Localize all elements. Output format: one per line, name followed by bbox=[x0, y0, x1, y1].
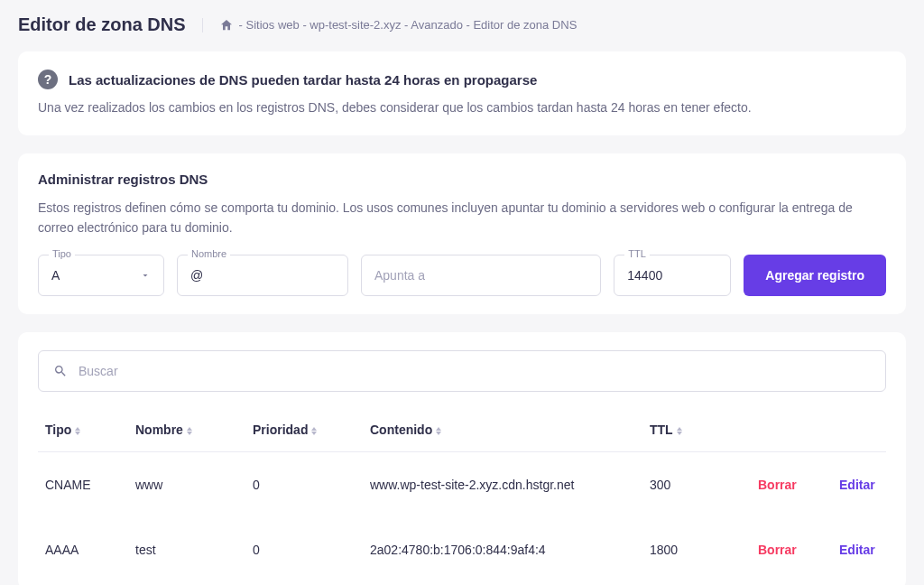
col-tipo[interactable]: Tipo bbox=[38, 413, 128, 452]
cell-contenido: www.wp-test-site-2.xyz.cdn.hstgr.net bbox=[363, 451, 642, 517]
ttl-input[interactable] bbox=[627, 268, 717, 283]
cell-tipo: AAAA bbox=[38, 517, 128, 582]
cell-ttl: 1800 bbox=[642, 517, 751, 582]
name-input[interactable] bbox=[190, 268, 335, 283]
cell-prioridad: 0 bbox=[245, 451, 363, 517]
ttl-label: TTL bbox=[624, 248, 650, 259]
type-value: A bbox=[51, 268, 60, 283]
edit-link[interactable]: Editar bbox=[839, 478, 875, 492]
home-icon bbox=[219, 18, 234, 32]
info-icon: ? bbox=[38, 70, 58, 89]
search-wrap bbox=[38, 350, 886, 392]
alert-text: Una vez realizados los cambios en los re… bbox=[38, 98, 886, 117]
ttl-field-wrap bbox=[614, 255, 731, 296]
col-nombre[interactable]: Nombre bbox=[128, 413, 245, 452]
manage-description: Estos registros definen cómo se comporta… bbox=[38, 198, 886, 238]
delete-link[interactable]: Borrar bbox=[758, 543, 797, 557]
add-record-button[interactable]: Agregar registro bbox=[744, 255, 886, 296]
name-label: Nombre bbox=[188, 248, 230, 259]
breadcrumb[interactable]: - Sitios web - wp-test-site-2.xyz - Avan… bbox=[202, 18, 578, 32]
col-prioridad[interactable]: Prioridad bbox=[245, 413, 363, 452]
records-table: Tipo Nombre Prioridad Contenido TTL CNAM… bbox=[38, 413, 886, 582]
name-field-wrap bbox=[177, 255, 348, 296]
manage-card: Administrar registros DNS Estos registro… bbox=[18, 153, 906, 314]
edit-link[interactable]: Editar bbox=[839, 543, 875, 557]
type-select[interactable]: A bbox=[38, 255, 164, 296]
cell-nombre: test bbox=[128, 517, 245, 582]
page-title: Editor de zona DNS bbox=[18, 14, 186, 35]
search-input[interactable] bbox=[79, 364, 871, 378]
cell-contenido: 2a02:4780:b:1706:0:844:9af4:4 bbox=[363, 517, 642, 582]
search-icon bbox=[53, 364, 68, 378]
points-input[interactable] bbox=[374, 268, 587, 283]
breadcrumb-text: - Sitios web - wp-test-site-2.xyz - Avan… bbox=[239, 18, 578, 32]
alert-title: Las actualizaciones de DNS pueden tardar… bbox=[69, 72, 537, 88]
table-row: AAAA test 0 2a02:4780:b:1706:0:844:9af4:… bbox=[38, 517, 886, 582]
delete-link[interactable]: Borrar bbox=[758, 478, 797, 492]
points-field-wrap bbox=[361, 255, 601, 296]
cell-tipo: CNAME bbox=[38, 451, 128, 517]
cell-nombre: www bbox=[128, 451, 245, 517]
cell-prioridad: 0 bbox=[245, 517, 363, 582]
type-label: Tipo bbox=[49, 248, 75, 259]
col-contenido[interactable]: Contenido bbox=[363, 413, 642, 452]
cell-ttl: 300 bbox=[642, 451, 751, 517]
col-ttl[interactable]: TTL bbox=[642, 413, 751, 452]
records-card: Tipo Nombre Prioridad Contenido TTL CNAM… bbox=[18, 332, 906, 585]
table-row: CNAME www 0 www.wp-test-site-2.xyz.cdn.h… bbox=[38, 451, 886, 517]
manage-title: Administrar registros DNS bbox=[38, 172, 886, 187]
chevron-down-icon bbox=[140, 270, 151, 281]
alert-card: ? Las actualizaciones de DNS pueden tard… bbox=[18, 51, 906, 135]
